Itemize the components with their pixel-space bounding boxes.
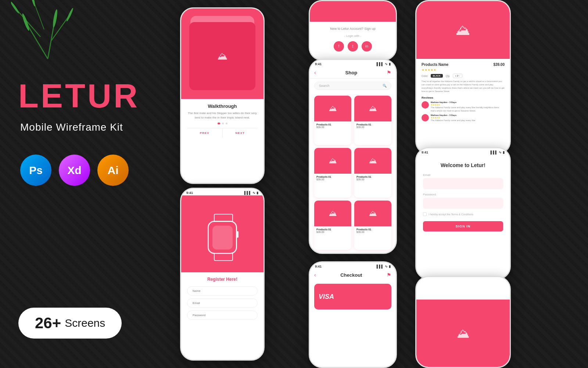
product-name-1: Products 01 <box>316 123 349 126</box>
welcome-battery: ▮ <box>503 151 505 154</box>
email-input-area[interactable] <box>423 178 503 189</box>
checkout-back[interactable]: ‹ <box>314 272 316 278</box>
battery-icon: ▮ <box>389 62 391 66</box>
review-1-content: Mathew Hayden - 3 Days ★★★★★ The Addams … <box>431 101 505 112</box>
ps-label: Ps <box>29 164 43 177</box>
terms-row: I hereby accept the Terms & Conditions <box>423 212 503 216</box>
register-email-input[interactable] <box>187 298 258 308</box>
checkout-nav: ‹ Checkout ⚑ <box>310 269 396 281</box>
checkout-time: 9:41 <box>315 265 322 268</box>
phone-last-partial: ⛰ <box>415 276 511 368</box>
product-img-2: ⛰ <box>354 96 391 121</box>
sign-in-button[interactable]: SIGN IN <box>423 221 503 231</box>
register-name-input[interactable] <box>187 286 258 296</box>
product-price-1: $39.00 <box>316 126 349 128</box>
dot-3 <box>226 123 227 124</box>
product-rating: ★★★★★ <box>422 68 505 72</box>
product-info-4: Products 01 $39.00 <box>354 174 391 183</box>
filter-icon[interactable]: ⚑ <box>387 70 391 75</box>
visa-label: VISA <box>319 293 334 301</box>
welcome-wifi: ∿ <box>499 151 502 154</box>
walkthrough-cards: ⛰ <box>181 8 263 99</box>
screen-count-number: 26+ <box>35 314 61 332</box>
social-icons: f t in <box>315 41 391 52</box>
ps-icon[interactable]: Ps <box>20 155 51 186</box>
product-mountain-6: ⛰ <box>369 209 377 218</box>
walkthrough-bottom: Walkthrough The first mate and his Skipp… <box>181 99 263 142</box>
product-info-1: Products 01 $39.00 <box>314 121 351 130</box>
phone-shop: 9:41 ▌▌▌ ∿ ▮ ‹ Shop ⚑ Search 🔍 ⛰ <box>309 59 397 254</box>
xd-icon[interactable]: Xd <box>59 155 90 186</box>
watch-band-bottom <box>214 253 233 261</box>
product-mountain-4: ⛰ <box>369 156 377 166</box>
product-card-1[interactable]: ⛰ Products 01 $39.00 <box>314 96 351 145</box>
product-card-3[interactable]: ⛰ Products 01 $39.00 <box>314 148 351 197</box>
ai-label: Ai <box>108 164 119 177</box>
review-2-content: Mathew Hayden - 3 Days ★★★★★ The Addams … <box>431 114 475 122</box>
walkthrough-desc: The first mate and his Skipper too wille… <box>187 111 258 119</box>
product-card-6[interactable]: ⛰ Products 01 $39.00 <box>354 201 391 250</box>
review-2-text: The Addams Family come and play every fi… <box>431 119 475 122</box>
back-arrow[interactable]: ‹ <box>314 70 316 75</box>
last-mountain-icon: ⛰ <box>457 326 470 341</box>
phone-welcome: 9:41 ▌▌▌ ∿ ▮ Welcome to Letur! Email Pas… <box>415 147 511 280</box>
login-content: New to Letur Account? Sign up - Login wi… <box>310 22 396 57</box>
search-bar[interactable]: Search 🔍 <box>314 82 391 90</box>
watch-illustration <box>208 221 237 254</box>
checkout-signal: ▌▌▌ <box>377 265 384 268</box>
product-mountain-1: ⛰ <box>329 104 337 113</box>
tool-icons: Ps Xd Ai <box>20 155 129 186</box>
facebook-btn[interactable]: f <box>334 41 344 52</box>
review-1-stars: ★★★★★ <box>431 103 505 106</box>
phone-walkthrough: ⛰ Walkthrough The first mate and his Ski… <box>180 7 265 184</box>
walkthrough-card-main: ⛰ <box>189 22 255 90</box>
walkthrough-dots <box>187 123 258 124</box>
product-info-2: Products 01 $39.00 <box>354 121 391 130</box>
register-title: Register Here! <box>187 277 258 282</box>
brand-title: LETUR <box>18 77 140 115</box>
product-card-5[interactable]: ⛰ Products 01 $39.00 <box>314 201 351 250</box>
terms-checkbox[interactable] <box>423 212 427 216</box>
product-mountain-2: ⛰ <box>369 104 377 113</box>
detail-mountain-icon: ⛰ <box>456 22 470 38</box>
ai-icon[interactable]: Ai <box>97 155 129 186</box>
checkout-filter[interactable]: ⚑ <box>387 272 391 278</box>
product-mountain-3: ⛰ <box>329 156 337 166</box>
product-name-6: Products 01 <box>356 228 389 231</box>
linkedin-btn[interactable]: in <box>362 41 372 52</box>
svg-point-9 <box>30 0 36 7</box>
svg-point-5 <box>21 13 31 31</box>
wifi-icon: ∿ <box>385 62 388 66</box>
twitter-btn[interactable]: t <box>348 41 358 52</box>
password-input-area[interactable] <box>423 198 503 209</box>
signal-icon: ▌▌▌ <box>377 62 384 66</box>
screen-count-badge: 26+ Screens <box>18 308 122 339</box>
reviewer-1-avatar <box>422 101 429 109</box>
product-price-2: $39.00 <box>356 126 389 128</box>
product-mountain-5: ⛰ <box>329 209 337 218</box>
product-card-4[interactable]: ⛰ Products 01 $39.00 <box>354 148 391 197</box>
product-info-6: Products 01 $39.00 <box>354 226 391 235</box>
product-card-2[interactable]: ⛰ Products 01 $39.00 <box>354 96 391 145</box>
mountain-icon: ⛰ <box>217 50 227 62</box>
product-img-6: ⛰ <box>354 201 391 226</box>
product-price-6: $39.00 <box>356 231 389 233</box>
checkout-status-icons: ▌▌▌ ∿ ▮ <box>377 265 391 268</box>
status-bar-welcome: 9:41 ▌▌▌ ∿ ▮ <box>416 148 510 155</box>
status-bar-register: 9:41 ▌▌▌ ∿ ▮ <box>181 189 263 195</box>
product-img-3: ⛰ <box>314 148 351 174</box>
detail-product-price: $39.00 <box>493 63 505 67</box>
prev-button[interactable]: PREV <box>187 128 222 138</box>
svg-point-8 <box>66 8 74 22</box>
color-label: Color <box>422 75 428 77</box>
product-name-2: Products 01 <box>356 123 389 126</box>
svg-point-7 <box>11 1 20 14</box>
welcome-signal: ▌▌▌ <box>491 151 498 154</box>
status-icons: ▌▌▌ ∿ ▮ <box>377 62 391 66</box>
products-grid: ⛰ Products 01 $39.00 ⛰ Products 01 $39.0… <box>310 93 396 253</box>
phone-login-partial: New to Letur Account? Sign up - Login wi… <box>309 0 397 61</box>
left-panel: LETUR Mobile Wireframe Kit Ps Xd Ai 26+ … <box>0 0 165 368</box>
register-password-input[interactable] <box>187 311 258 320</box>
product-info-3: Products 01 $39.00 <box>314 174 351 183</box>
next-button[interactable]: NEXT <box>223 128 258 138</box>
